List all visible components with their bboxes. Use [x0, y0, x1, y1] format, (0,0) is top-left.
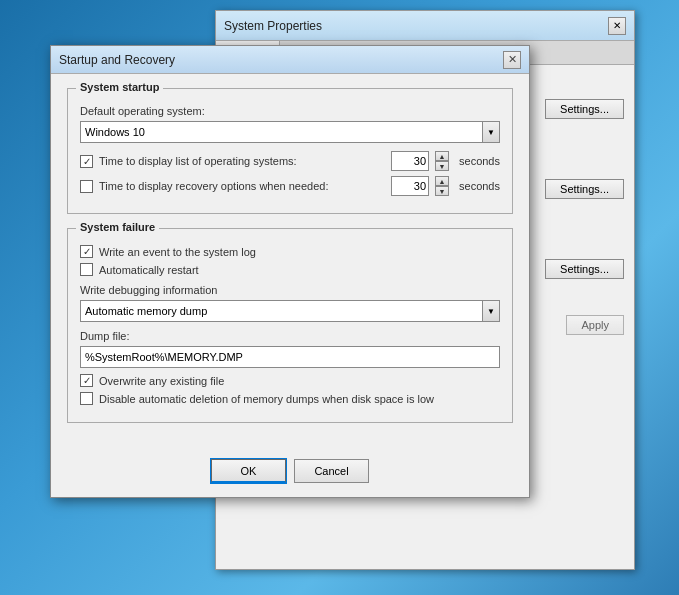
default-os-dropdown-wrapper: Windows 10 ▼: [80, 121, 500, 143]
disable-auto-delete-label: Disable automatic deletion of memory dum…: [99, 393, 434, 405]
display-recovery-unit: seconds: [459, 180, 500, 192]
startup-recovery-dialog: Startup and Recovery ✕ System startup De…: [50, 45, 530, 498]
system-startup-label: System startup: [76, 81, 163, 93]
display-list-input[interactable]: [391, 151, 429, 171]
overwrite-row: Overwrite any existing file: [80, 374, 500, 387]
settings-button-2[interactable]: Settings...: [545, 179, 624, 199]
dump-file-label: Dump file:: [80, 330, 500, 342]
overwrite-checkbox[interactable]: [80, 374, 93, 387]
auto-restart-row: Automatically restart: [80, 263, 500, 276]
write-event-checkbox[interactable]: [80, 245, 93, 258]
display-recovery-up[interactable]: ▲: [435, 176, 449, 186]
auto-restart-label: Automatically restart: [99, 264, 199, 276]
dialog-body: System startup Default operating system:…: [51, 74, 529, 451]
system-properties-titlebar: System Properties ✕: [216, 11, 634, 41]
settings-button-1[interactable]: Settings...: [545, 99, 624, 119]
display-list-label: Time to display list of operating system…: [99, 155, 385, 167]
disable-auto-delete-checkbox[interactable]: [80, 392, 93, 405]
system-properties-title: System Properties: [224, 19, 322, 33]
dialog-title: Startup and Recovery: [59, 53, 175, 67]
write-debugging-label: Write debugging information: [80, 284, 500, 296]
ok-button[interactable]: OK: [211, 459, 286, 483]
overwrite-label: Overwrite any existing file: [99, 375, 224, 387]
disable-auto-delete-row: Disable automatic deletion of memory dum…: [80, 392, 500, 405]
dump-file-input[interactable]: [80, 346, 500, 368]
settings-button-3[interactable]: Settings...: [545, 259, 624, 279]
cancel-button[interactable]: Cancel: [294, 459, 369, 483]
display-recovery-checkbox[interactable]: [80, 180, 93, 193]
write-event-row: Write an event to the system log: [80, 245, 500, 258]
dialog-footer: OK Cancel: [51, 451, 529, 497]
display-list-unit: seconds: [459, 155, 500, 167]
debugging-dropdown-wrapper: Automatic memory dump Complete memory du…: [80, 300, 500, 322]
display-recovery-spinner: ▲ ▼: [435, 176, 449, 196]
display-recovery-down[interactable]: ▼: [435, 186, 449, 196]
default-os-dropdown[interactable]: Windows 10: [80, 121, 500, 143]
display-recovery-row: Time to display recovery options when ne…: [80, 176, 500, 196]
default-os-label: Default operating system:: [80, 105, 500, 117]
system-properties-close-button[interactable]: ✕: [608, 17, 626, 35]
apply-button[interactable]: Apply: [566, 315, 624, 335]
display-list-down[interactable]: ▼: [435, 161, 449, 171]
display-list-spinner: ▲ ▼: [435, 151, 449, 171]
dialog-titlebar: Startup and Recovery ✕: [51, 46, 529, 74]
display-recovery-input[interactable]: [391, 176, 429, 196]
write-event-label: Write an event to the system log: [99, 246, 256, 258]
debugging-dropdown[interactable]: Automatic memory dump Complete memory du…: [80, 300, 500, 322]
system-failure-label: System failure: [76, 221, 159, 233]
dialog-close-button[interactable]: ✕: [503, 51, 521, 69]
display-list-checkbox[interactable]: [80, 155, 93, 168]
system-failure-group: System failure Write an event to the sys…: [67, 228, 513, 423]
system-startup-group: System startup Default operating system:…: [67, 88, 513, 214]
display-list-row: Time to display list of operating system…: [80, 151, 500, 171]
display-list-up[interactable]: ▲: [435, 151, 449, 161]
display-recovery-label: Time to display recovery options when ne…: [99, 180, 385, 192]
auto-restart-checkbox[interactable]: [80, 263, 93, 276]
